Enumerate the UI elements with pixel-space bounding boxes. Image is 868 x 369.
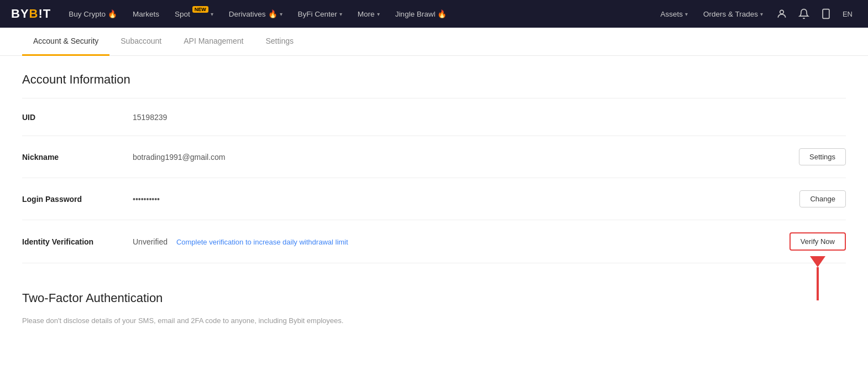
nav-spot-label: Spot: [175, 10, 190, 18]
svg-rect-1: [823, 9, 829, 19]
fire-icon: 🔥: [108, 9, 117, 18]
tablet-icon: [820, 8, 832, 19]
two-fa-section: Two-Factor Authentication Please don't d…: [22, 291, 846, 325]
new-badge: NEW: [192, 6, 208, 13]
settings-button[interactable]: Settings: [799, 148, 846, 165]
navbar-right: Assets ▾ Orders & Trades ▾ EN: [653, 0, 857, 28]
identity-verification-label: Identity Verification: [22, 237, 133, 246]
account-info-title: Account Information: [22, 72, 846, 87]
fire-icon-2: 🔥: [268, 9, 278, 18]
nav-buy-crypto-label: Buy Crypto: [69, 10, 106, 18]
identity-verification-value: Unverified Complete verification to incr…: [133, 237, 789, 246]
uid-value: 15198239: [133, 113, 846, 122]
account-info-table: UID 15198239 Nickname botrading1991@gmai…: [22, 98, 846, 263]
main-content: Account Information UID 15198239 Nicknam…: [0, 56, 868, 341]
bell-icon: [798, 8, 809, 19]
two-fa-subtitle: Please don't disclose details of your SM…: [22, 316, 846, 325]
chevron-down-icon-2: ▾: [280, 11, 283, 17]
chevron-down-icon-6: ▾: [760, 11, 763, 17]
tab-api-management[interactable]: API Management: [172, 28, 254, 56]
nav-byfi-center[interactable]: ByFi Center ▾: [291, 0, 349, 28]
nav-markets[interactable]: Markets: [126, 0, 166, 28]
change-password-button[interactable]: Change: [799, 190, 846, 207]
nickname-value: botrading1991@gmail.com: [133, 153, 799, 162]
nav-jingle-brawl[interactable]: Jingle Brawl 🔥: [389, 0, 454, 28]
password-action: Change: [799, 190, 846, 207]
verify-now-button[interactable]: Verify Now: [789, 232, 846, 251]
nickname-label: Nickname: [22, 153, 133, 162]
uid-label: UID: [22, 113, 133, 122]
uid-row: UID 15198239: [22, 98, 846, 136]
logo[interactable]: BYB!T: [11, 7, 51, 21]
nickname-action: Settings: [799, 148, 846, 165]
login-password-label: Login Password: [22, 195, 133, 204]
nav-spot[interactable]: Spot NEW ▾: [168, 0, 220, 28]
nav-buy-crypto[interactable]: Buy Crypto 🔥: [62, 0, 124, 28]
fire-icon-3: 🔥: [437, 9, 447, 18]
arrow-shaft: [817, 267, 819, 300]
nav-derivatives[interactable]: Derivatives 🔥 ▾: [222, 0, 289, 28]
nav-more[interactable]: More ▾: [351, 0, 386, 28]
chevron-down-icon-5: ▾: [685, 11, 688, 17]
unverified-status: Unverified: [133, 237, 168, 246]
nav-orders-trades[interactable]: Orders & Trades ▾: [697, 0, 770, 28]
nav-more-label: More: [358, 10, 375, 18]
nav-assets[interactable]: Assets ▾: [653, 0, 694, 28]
navbar: BYB!T Buy Crypto 🔥 Markets Spot NEW ▾ De…: [0, 0, 868, 28]
svg-point-0: [780, 10, 784, 14]
tab-subaccount[interactable]: Subaccount: [109, 28, 172, 56]
tabs-bar: Account & Security Subaccount API Manage…: [0, 28, 868, 56]
chevron-down-icon-3: ▾: [339, 11, 342, 17]
user-icon-btn[interactable]: [772, 4, 792, 24]
verify-action: Verify Now: [789, 232, 846, 251]
tablet-icon-btn[interactable]: [816, 4, 836, 24]
tab-settings[interactable]: Settings: [254, 28, 305, 56]
language-selector[interactable]: EN: [838, 10, 857, 18]
nav-derivatives-label: Derivatives: [229, 10, 266, 18]
two-fa-title: Two-Factor Authentication: [22, 291, 846, 305]
red-arrow-annotation: [810, 256, 825, 300]
lang-label: EN: [843, 10, 853, 18]
tab-account-security[interactable]: Account & Security: [22, 28, 109, 56]
nav-orders-trades-label: Orders & Trades: [703, 10, 758, 18]
verify-hint: Complete verification to increase daily …: [176, 238, 348, 246]
nav-assets-label: Assets: [660, 10, 683, 18]
login-password-row: Login Password •••••••••• Change: [22, 178, 846, 220]
arrow-head: [810, 256, 825, 267]
user-icon: [776, 8, 787, 19]
nav-jingle-brawl-label: Jingle Brawl: [395, 10, 436, 18]
bell-icon-btn[interactable]: [794, 4, 814, 24]
nav-markets-label: Markets: [133, 10, 159, 18]
nav-byfi-label: ByFi Center: [298, 10, 337, 18]
nickname-row: Nickname botrading1991@gmail.com Setting…: [22, 136, 846, 178]
chevron-down-icon-4: ▾: [377, 11, 380, 17]
login-password-value: ••••••••••: [133, 195, 799, 204]
identity-verification-row: Identity Verification Unverified Complet…: [22, 220, 846, 263]
chevron-down-icon: ▾: [211, 11, 213, 17]
